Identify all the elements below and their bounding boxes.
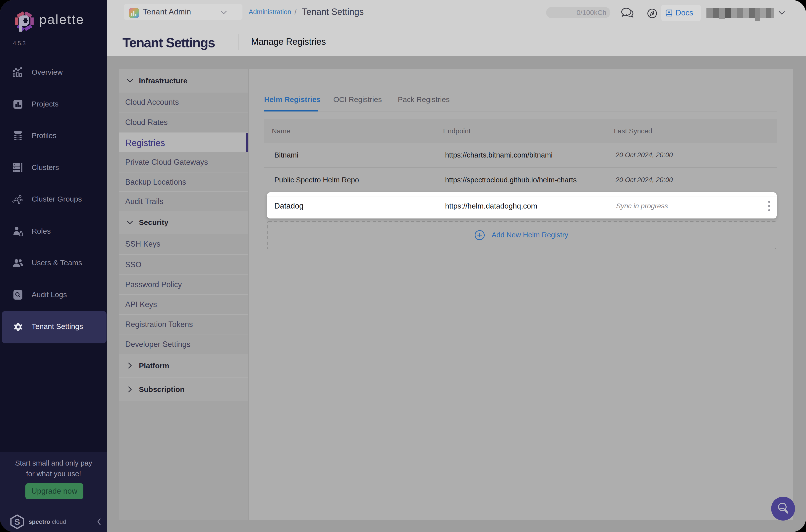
svg-text:S: S: [15, 517, 20, 527]
